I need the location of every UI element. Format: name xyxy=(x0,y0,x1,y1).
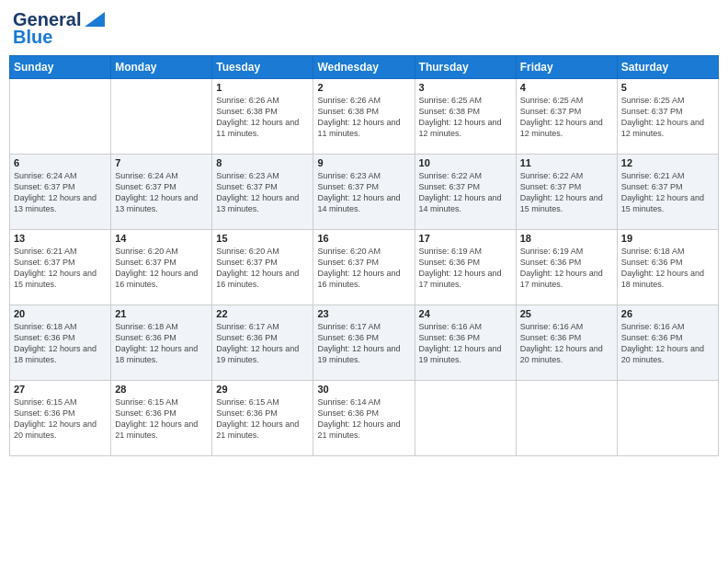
calendar-cell: 1Sunrise: 6:26 AM Sunset: 6:38 PM Daylig… xyxy=(212,79,313,155)
calendar-cell xyxy=(10,79,111,155)
page: General Blue SundayMondayTuesdayWednesda… xyxy=(0,0,728,563)
day-number: 2 xyxy=(317,82,410,93)
weekday-header: Sunday xyxy=(10,56,111,79)
logo-icon xyxy=(85,12,105,27)
day-info: Sunrise: 6:23 AM Sunset: 6:37 PM Dayligh… xyxy=(317,170,410,215)
day-info: Sunrise: 6:18 AM Sunset: 6:36 PM Dayligh… xyxy=(621,246,714,291)
day-number: 21 xyxy=(115,308,208,319)
calendar-cell: 13Sunrise: 6:21 AM Sunset: 6:37 PM Dayli… xyxy=(10,230,111,305)
day-info: Sunrise: 6:20 AM Sunset: 6:37 PM Dayligh… xyxy=(216,246,309,291)
day-number: 24 xyxy=(419,308,512,319)
day-number: 29 xyxy=(216,384,309,395)
calendar-cell: 11Sunrise: 6:22 AM Sunset: 6:37 PM Dayli… xyxy=(516,155,617,230)
day-number: 28 xyxy=(115,384,208,395)
calendar-cell: 9Sunrise: 6:23 AM Sunset: 6:37 PM Daylig… xyxy=(313,155,415,230)
day-number: 19 xyxy=(621,233,714,244)
weekday-header: Monday xyxy=(111,56,212,79)
day-number: 1 xyxy=(216,82,309,93)
calendar-cell: 21Sunrise: 6:18 AM Sunset: 6:36 PM Dayli… xyxy=(111,305,212,381)
weekday-header: Wednesday xyxy=(313,56,415,79)
day-number: 9 xyxy=(317,157,410,168)
day-info: Sunrise: 6:16 AM Sunset: 6:36 PM Dayligh… xyxy=(419,321,512,366)
day-info: Sunrise: 6:25 AM Sunset: 6:38 PM Dayligh… xyxy=(419,95,512,140)
logo-blue-text: Blue xyxy=(13,27,52,48)
calendar-cell: 28Sunrise: 6:15 AM Sunset: 6:36 PM Dayli… xyxy=(111,381,212,456)
calendar-cell: 24Sunrise: 6:16 AM Sunset: 6:36 PM Dayli… xyxy=(415,305,516,381)
day-info: Sunrise: 6:14 AM Sunset: 6:36 PM Dayligh… xyxy=(317,396,410,442)
day-info: Sunrise: 6:22 AM Sunset: 6:37 PM Dayligh… xyxy=(520,170,613,215)
day-info: Sunrise: 6:26 AM Sunset: 6:38 PM Dayligh… xyxy=(317,95,410,140)
calendar-cell: 23Sunrise: 6:17 AM Sunset: 6:36 PM Dayli… xyxy=(313,305,415,381)
calendar-cell: 8Sunrise: 6:23 AM Sunset: 6:37 PM Daylig… xyxy=(212,155,313,230)
calendar-cell: 27Sunrise: 6:15 AM Sunset: 6:36 PM Dayli… xyxy=(10,381,111,456)
calendar-cell xyxy=(516,381,617,456)
calendar-cell: 18Sunrise: 6:19 AM Sunset: 6:36 PM Dayli… xyxy=(516,230,617,305)
calendar-table: SundayMondayTuesdayWednesdayThursdayFrid… xyxy=(9,55,719,456)
day-number: 13 xyxy=(14,233,107,244)
day-info: Sunrise: 6:23 AM Sunset: 6:37 PM Dayligh… xyxy=(216,170,309,215)
calendar-cell: 6Sunrise: 6:24 AM Sunset: 6:37 PM Daylig… xyxy=(10,155,111,230)
day-info: Sunrise: 6:18 AM Sunset: 6:36 PM Dayligh… xyxy=(14,321,107,366)
day-info: Sunrise: 6:15 AM Sunset: 6:36 PM Dayligh… xyxy=(14,396,107,442)
weekday-header: Tuesday xyxy=(212,56,313,79)
day-number: 18 xyxy=(520,233,613,244)
day-number: 3 xyxy=(419,82,512,93)
calendar-cell xyxy=(415,381,516,456)
calendar-cell: 22Sunrise: 6:17 AM Sunset: 6:36 PM Dayli… xyxy=(212,305,313,381)
day-info: Sunrise: 6:20 AM Sunset: 6:37 PM Dayligh… xyxy=(115,246,208,291)
day-info: Sunrise: 6:24 AM Sunset: 6:37 PM Dayligh… xyxy=(115,170,208,215)
logo: General Blue xyxy=(13,9,105,48)
day-info: Sunrise: 6:21 AM Sunset: 6:37 PM Dayligh… xyxy=(621,170,714,215)
day-number: 23 xyxy=(317,308,410,319)
calendar-cell xyxy=(617,381,718,456)
calendar-cell: 25Sunrise: 6:16 AM Sunset: 6:36 PM Dayli… xyxy=(516,305,617,381)
calendar-cell: 30Sunrise: 6:14 AM Sunset: 6:36 PM Dayli… xyxy=(313,381,415,456)
day-number: 6 xyxy=(14,157,107,168)
day-number: 7 xyxy=(115,157,208,168)
weekday-header: Friday xyxy=(516,56,617,79)
day-number: 30 xyxy=(317,384,410,395)
svg-marker-0 xyxy=(85,12,105,27)
day-info: Sunrise: 6:21 AM Sunset: 6:37 PM Dayligh… xyxy=(14,246,107,291)
calendar-cell: 19Sunrise: 6:18 AM Sunset: 6:36 PM Dayli… xyxy=(617,230,718,305)
day-number: 22 xyxy=(216,308,309,319)
day-info: Sunrise: 6:17 AM Sunset: 6:36 PM Dayligh… xyxy=(317,321,410,366)
day-number: 11 xyxy=(520,157,613,168)
day-info: Sunrise: 6:19 AM Sunset: 6:36 PM Dayligh… xyxy=(520,246,613,291)
day-number: 20 xyxy=(14,308,107,319)
day-number: 15 xyxy=(216,233,309,244)
weekday-header: Thursday xyxy=(415,56,516,79)
day-number: 4 xyxy=(520,82,613,93)
day-number: 26 xyxy=(621,308,714,319)
day-number: 25 xyxy=(520,308,613,319)
calendar-cell: 17Sunrise: 6:19 AM Sunset: 6:36 PM Dayli… xyxy=(415,230,516,305)
day-info: Sunrise: 6:15 AM Sunset: 6:36 PM Dayligh… xyxy=(216,396,309,442)
header: General Blue xyxy=(9,9,719,48)
calendar-cell: 29Sunrise: 6:15 AM Sunset: 6:36 PM Dayli… xyxy=(212,381,313,456)
calendar-cell: 20Sunrise: 6:18 AM Sunset: 6:36 PM Dayli… xyxy=(10,305,111,381)
calendar-cell xyxy=(111,79,212,155)
day-info: Sunrise: 6:25 AM Sunset: 6:37 PM Dayligh… xyxy=(520,95,613,140)
day-info: Sunrise: 6:15 AM Sunset: 6:36 PM Dayligh… xyxy=(115,396,208,442)
calendar-cell: 10Sunrise: 6:22 AM Sunset: 6:37 PM Dayli… xyxy=(415,155,516,230)
calendar-cell: 2Sunrise: 6:26 AM Sunset: 6:38 PM Daylig… xyxy=(313,79,415,155)
calendar-cell: 7Sunrise: 6:24 AM Sunset: 6:37 PM Daylig… xyxy=(111,155,212,230)
day-info: Sunrise: 6:20 AM Sunset: 6:37 PM Dayligh… xyxy=(317,246,410,291)
day-number: 8 xyxy=(216,157,309,168)
calendar-cell: 14Sunrise: 6:20 AM Sunset: 6:37 PM Dayli… xyxy=(111,230,212,305)
day-info: Sunrise: 6:18 AM Sunset: 6:36 PM Dayligh… xyxy=(115,321,208,366)
day-info: Sunrise: 6:26 AM Sunset: 6:38 PM Dayligh… xyxy=(216,95,309,140)
calendar-cell: 3Sunrise: 6:25 AM Sunset: 6:38 PM Daylig… xyxy=(415,79,516,155)
calendar-cell: 15Sunrise: 6:20 AM Sunset: 6:37 PM Dayli… xyxy=(212,230,313,305)
day-number: 17 xyxy=(419,233,512,244)
day-info: Sunrise: 6:24 AM Sunset: 6:37 PM Dayligh… xyxy=(14,170,107,215)
day-info: Sunrise: 6:25 AM Sunset: 6:37 PM Dayligh… xyxy=(621,95,714,140)
day-info: Sunrise: 6:16 AM Sunset: 6:36 PM Dayligh… xyxy=(621,321,714,366)
day-number: 14 xyxy=(115,233,208,244)
calendar-cell: 5Sunrise: 6:25 AM Sunset: 6:37 PM Daylig… xyxy=(617,79,718,155)
calendar-cell: 12Sunrise: 6:21 AM Sunset: 6:37 PM Dayli… xyxy=(617,155,718,230)
day-number: 27 xyxy=(14,384,107,395)
day-info: Sunrise: 6:17 AM Sunset: 6:36 PM Dayligh… xyxy=(216,321,309,366)
weekday-header: Saturday xyxy=(617,56,718,79)
calendar-cell: 4Sunrise: 6:25 AM Sunset: 6:37 PM Daylig… xyxy=(516,79,617,155)
